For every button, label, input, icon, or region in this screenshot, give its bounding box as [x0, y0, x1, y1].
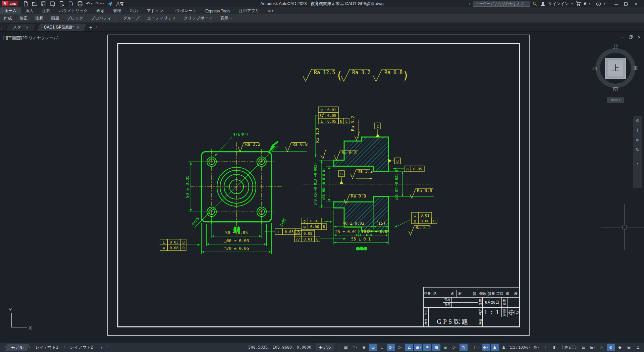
open-file-icon[interactable]	[32, 1, 38, 7]
ribbon-tab-7[interactable]: アドイン	[143, 7, 168, 14]
save-as-icon[interactable]	[50, 1, 56, 7]
new-drawing-tab-button[interactable]: +	[89, 25, 92, 31]
minimize-button[interactable]	[611, 0, 621, 7]
nav-zoom-icon[interactable]: ⊕	[636, 137, 640, 142]
status-toggle-object-snap[interactable]: ⊞▾	[414, 344, 422, 351]
status-clean-screen[interactable]: ⊘	[607, 344, 615, 351]
status-toggle-polar-tracking[interactable]: ⊘▾	[387, 344, 395, 351]
status-toggle-isometric-drafting[interactable]: ◇▾	[396, 344, 404, 351]
ribbon-tab-1[interactable]: 挿入	[21, 7, 38, 14]
ribbon-tab-2[interactable]: 注釈	[38, 7, 55, 14]
status-toggle-snap-mode[interactable]: ∷▾	[351, 344, 359, 351]
autodesk-dropdown-icon[interactable]: ▾	[589, 2, 590, 5]
ribbon-tab-6[interactable]: 出力	[126, 7, 143, 14]
viewcube-south[interactable]: 南	[610, 86, 621, 92]
help-dropdown-icon[interactable]: ▾	[604, 2, 605, 5]
app-store-cart-icon[interactable]	[576, 1, 581, 6]
ribbon-tab-8[interactable]: コラボレート	[168, 7, 201, 14]
redo-dropdown[interactable]: ▾	[100, 2, 102, 5]
nav-orbit-icon[interactable]: ↻	[636, 147, 640, 152]
status-toggle-selection-cycling[interactable]: ▣	[441, 344, 449, 351]
ribbon-panel-2[interactable]: 注釈	[32, 15, 47, 21]
share-icon[interactable]	[107, 1, 113, 7]
new-layout-button[interactable]: +	[100, 345, 103, 350]
nav-pan-icon[interactable]: ✛	[636, 128, 640, 133]
status-annotation-objects[interactable]: △	[598, 344, 606, 351]
new-file-icon[interactable]	[23, 1, 29, 7]
transfer-icon[interactable]	[68, 1, 74, 7]
search-input[interactable]	[473, 1, 530, 7]
ribbon-tab-10[interactable]: 注目アプリ	[235, 7, 264, 14]
ribbon-panel-1[interactable]: 修正	[16, 15, 32, 21]
status-toggle-3d-object-snap[interactable]: ∂▾	[450, 344, 459, 351]
ribbon-tab-9[interactable]: Express Tools	[201, 7, 234, 14]
close-button[interactable]: ×	[631, 0, 641, 7]
undo-button[interactable]: ↶	[86, 1, 90, 6]
status-fullscreen[interactable]: ⊞	[625, 344, 633, 351]
ribbon-tab-3[interactable]: パラメトリック	[55, 7, 92, 14]
model-space-button[interactable]: モデル	[316, 344, 334, 351]
ribbon-display-toggle[interactable]: ▭▾	[268, 7, 273, 14]
signin-label[interactable]: サインイン	[548, 1, 569, 7]
status-annotation-visibility[interactable]: ♟	[491, 344, 499, 351]
status-toggle-grid-display[interactable]: ▦	[342, 344, 350, 351]
print-icon[interactable]	[77, 1, 83, 7]
viewcube-west[interactable]: 西	[590, 65, 600, 72]
status-selection-filter[interactable]: ▢▾	[473, 344, 481, 351]
status-toggle-transparency[interactable]: ▩	[432, 344, 440, 351]
navigation-bar[interactable]: ⊙ ✛ ⊕ ↻ ▾	[633, 116, 642, 188]
search-collapse-icon[interactable]: ▸	[469, 2, 470, 5]
viewcube-east[interactable]: 東	[631, 65, 641, 72]
ribbon-tab-5[interactable]: 管理	[109, 7, 126, 14]
save-icon[interactable]	[41, 1, 47, 7]
viewcube-north[interactable]: 北	[610, 44, 621, 50]
restore-button[interactable]	[621, 0, 631, 7]
status-gizmo[interactable]: ◈▾	[482, 344, 490, 351]
ribbon-panel-8[interactable]: クリップボード	[180, 15, 217, 21]
status-ui-customization[interactable]: +	[541, 344, 549, 351]
status-toggle-object-snap-tracking[interactable]: ∠	[405, 344, 413, 351]
status-coordinate-format[interactable]: 十進表記▾	[559, 344, 579, 351]
status-toggle-infer-constraints[interactable]: ⊕	[360, 344, 368, 351]
dwg-close-button[interactable]: ×	[638, 35, 641, 40]
share-label[interactable]: 共有	[116, 1, 124, 7]
signin-dropdown-icon[interactable]: ▾	[572, 2, 573, 5]
ribbon-panel-3[interactable]: 画層	[47, 15, 63, 21]
undo-dropdown[interactable]: ▾	[91, 2, 92, 5]
ribbon-panel-9[interactable]: 表示⌄	[216, 15, 236, 21]
drawing-canvas[interactable]: [-][平面図][2D ワイヤフレーム] × Ra 12.5 (	[0, 32, 644, 343]
layout-tab-1[interactable]: レイアウト1	[30, 344, 64, 351]
autodesk-a-icon[interactable]: A	[584, 1, 586, 6]
file-tab-close-icon[interactable]: ✕	[77, 25, 80, 30]
nav-more-icon[interactable]: ▾	[637, 162, 639, 165]
ribbon-tab-0[interactable]: ホーム	[0, 7, 21, 14]
ribbon-panel-5[interactable]: プロパティ⌄	[87, 15, 119, 21]
help-icon[interactable]: ?	[596, 1, 601, 6]
layout-tab-2[interactable]: レイアウト2	[64, 344, 99, 351]
ribbon-tab-4[interactable]: 表示	[92, 7, 109, 14]
redo-button[interactable]: ↷	[95, 1, 99, 6]
file-tab-start[interactable]: スタート	[6, 23, 37, 31]
viewport-controls[interactable]: [-][平面図][2D ワイヤフレーム]	[3, 35, 58, 41]
plot-mobile-icon[interactable]	[59, 1, 65, 7]
ribbon-panel-0[interactable]: 作成	[0, 15, 16, 21]
status-workspace-switching[interactable]: ⚙▾	[532, 344, 540, 351]
status-graphics-performance[interactable]: ◆	[616, 344, 624, 351]
nav-wheel-icon[interactable]: ⊙	[636, 118, 640, 123]
search-icon[interactable]	[533, 1, 538, 6]
ribbon-panel-4[interactable]: ブロック	[63, 15, 87, 21]
status-quick-properties[interactable]: ▤	[580, 344, 588, 351]
status-annotation-autoscale[interactable]: ♟	[500, 344, 508, 351]
viewcube-top-face[interactable]: 上	[605, 58, 626, 79]
qat-customize-icon[interactable]: ⹀	[103, 2, 104, 6]
ribbon-panel-7[interactable]: ユーティリティ	[144, 15, 180, 21]
status-toggle-dynamic-input[interactable]: ⊡	[369, 344, 377, 351]
app-menu-button[interactable]: A CAD	[2, 1, 18, 6]
panel-expand-icon[interactable]: ⌄	[113, 17, 116, 20]
ribbon-panel-6[interactable]: グループ	[119, 15, 144, 21]
status-status-menu[interactable]: ≣	[634, 344, 642, 351]
dwg-minimize-button[interactable]	[620, 34, 624, 40]
status-annotation-scale[interactable]: 1:1 / 100%▾	[509, 344, 531, 351]
status-units-ruler[interactable]: ▮	[550, 344, 558, 351]
file-tab-document[interactable]: CAD1 GPS課題*✕	[37, 23, 87, 31]
